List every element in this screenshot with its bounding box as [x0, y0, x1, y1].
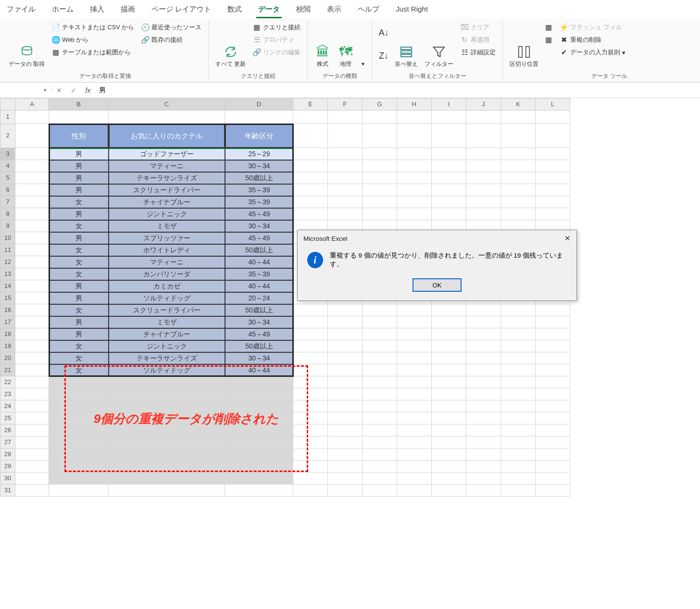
cell-J26[interactable] — [466, 424, 501, 436]
from-table-range[interactable]: ▦テーブルまたは範囲から — [50, 47, 136, 58]
cell-C18[interactable]: チャイナブルー — [109, 328, 225, 340]
cell-I21[interactable] — [432, 364, 466, 376]
cell-D14[interactable]: 40～44 — [225, 280, 293, 292]
cell-D12[interactable]: 40～44 — [225, 256, 293, 268]
select-all-corner[interactable] — [0, 98, 15, 111]
cell-K8[interactable] — [501, 208, 536, 220]
cell-K27[interactable] — [501, 436, 536, 448]
cell-F26[interactable] — [328, 424, 362, 436]
cell-H17[interactable] — [397, 316, 432, 328]
cell-G1[interactable] — [362, 111, 397, 124]
cell-E2[interactable] — [293, 124, 328, 148]
cell-A27[interactable] — [15, 436, 49, 448]
cell-C15[interactable]: ソルティドッグ — [109, 292, 225, 304]
cell-E16[interactable] — [293, 304, 328, 316]
cell-A23[interactable] — [15, 388, 49, 400]
cell-C8[interactable]: ジントニック — [109, 208, 225, 220]
cell-F8[interactable] — [328, 208, 362, 220]
cell-I24[interactable] — [432, 400, 466, 412]
cell-L31[interactable] — [536, 485, 570, 497]
cell-A30[interactable] — [15, 472, 49, 485]
cell-A10[interactable] — [15, 232, 49, 244]
stocks-button[interactable]: 🏛 株式 — [312, 22, 333, 68]
cell-D9[interactable]: 30～34 — [225, 220, 293, 232]
cell-E30[interactable] — [293, 472, 328, 485]
cell-A17[interactable] — [15, 316, 49, 328]
cell-K20[interactable] — [501, 352, 536, 364]
cell-L8[interactable] — [536, 208, 570, 220]
cell-I8[interactable] — [432, 208, 466, 220]
cell-B3[interactable]: 男 — [49, 148, 109, 160]
col-header-D[interactable]: D — [225, 98, 293, 111]
cell-D19[interactable]: 50歳以上 — [225, 340, 293, 352]
cell-E4[interactable] — [293, 160, 328, 172]
row-header-20[interactable]: 20 — [0, 352, 15, 364]
more-types[interactable]: ▾ — [359, 22, 367, 68]
cell-G6[interactable] — [362, 184, 397, 196]
from-web[interactable]: 🌐Web から — [50, 35, 136, 45]
cell-A26[interactable] — [15, 424, 49, 436]
tab-Just Right[interactable]: Just Right — [394, 3, 430, 18]
sort-desc[interactable]: Z↓ — [377, 45, 390, 66]
cell-J30[interactable] — [466, 472, 501, 485]
col-header-F[interactable]: F — [328, 98, 362, 111]
cell-K22[interactable] — [501, 376, 536, 388]
cell-H6[interactable] — [397, 184, 432, 196]
tab-数式[interactable]: 数式 — [225, 3, 244, 18]
cell-C30[interactable] — [109, 472, 225, 485]
tab-ホーム[interactable]: ホーム — [50, 3, 75, 18]
cell-D11[interactable]: 50歳以上 — [225, 244, 293, 256]
cell-A8[interactable] — [15, 208, 49, 220]
tab-データ[interactable]: データ — [256, 3, 282, 18]
cell-F31[interactable] — [328, 485, 362, 497]
row-header-6[interactable]: 6 — [0, 184, 15, 196]
row-header-28[interactable]: 28 — [0, 448, 15, 460]
cell-J1[interactable] — [466, 111, 501, 124]
enter-formula[interactable]: ✓ — [66, 87, 81, 94]
from-text-csv[interactable]: 📄テキストまたは CSV から — [50, 22, 136, 33]
tab-校閲[interactable]: 校閲 — [294, 3, 312, 18]
cell-C3[interactable]: ゴッドファーザー — [109, 148, 225, 160]
cell-F21[interactable] — [328, 364, 362, 376]
col-header-C[interactable]: C — [109, 98, 225, 111]
cell-J16[interactable] — [466, 304, 501, 316]
cell-D20[interactable]: 30～34 — [225, 352, 293, 364]
cell-D1[interactable] — [225, 111, 293, 124]
cell-C16[interactable]: スクリュードライバー — [109, 304, 225, 316]
cell-C17[interactable]: ミモザ — [109, 316, 225, 328]
cell-J27[interactable] — [466, 436, 501, 448]
cell-L4[interactable] — [536, 160, 570, 172]
cell-C10[interactable]: スプリッツァー — [109, 232, 225, 244]
cell-G19[interactable] — [362, 340, 397, 352]
cell-B15[interactable]: 男 — [49, 292, 109, 304]
cell-F3[interactable] — [328, 148, 362, 160]
cell-F6[interactable] — [328, 184, 362, 196]
cell-H3[interactable] — [397, 148, 432, 160]
cell-G4[interactable] — [362, 160, 397, 172]
sort-button[interactable]: 並べ替え — [393, 22, 420, 68]
cell-I25[interactable] — [432, 412, 466, 424]
cell-J22[interactable] — [466, 376, 501, 388]
cell-G27[interactable] — [362, 436, 397, 448]
cell-E6[interactable] — [293, 184, 328, 196]
reapply-filter[interactable]: ↻再適用 — [458, 35, 498, 45]
cell-B17[interactable]: 男 — [49, 316, 109, 328]
cell-K24[interactable] — [501, 400, 536, 412]
tab-ページ レイアウト[interactable]: ページ レイアウト — [150, 3, 213, 18]
cell-F4[interactable] — [328, 160, 362, 172]
row-header-4[interactable]: 4 — [0, 160, 15, 172]
cell-L19[interactable] — [536, 340, 570, 352]
row-header-18[interactable]: 18 — [0, 328, 15, 340]
cell-A3[interactable] — [15, 148, 49, 160]
refresh-all-button[interactable]: すべて 更新 — [213, 22, 248, 68]
cell-A7[interactable] — [15, 196, 49, 208]
geography-button[interactable]: 🗺 地理 — [336, 22, 356, 68]
remove-dup-small[interactable]: ▦ — [542, 35, 555, 45]
cell-E31[interactable] — [293, 485, 328, 497]
cell-H16[interactable] — [397, 304, 432, 316]
filter-button[interactable]: フィルター — [423, 22, 455, 68]
cell-C1[interactable] — [109, 111, 225, 124]
cell-H8[interactable] — [397, 208, 432, 220]
cell-J3[interactable] — [466, 148, 501, 160]
row-header-26[interactable]: 26 — [0, 424, 15, 436]
